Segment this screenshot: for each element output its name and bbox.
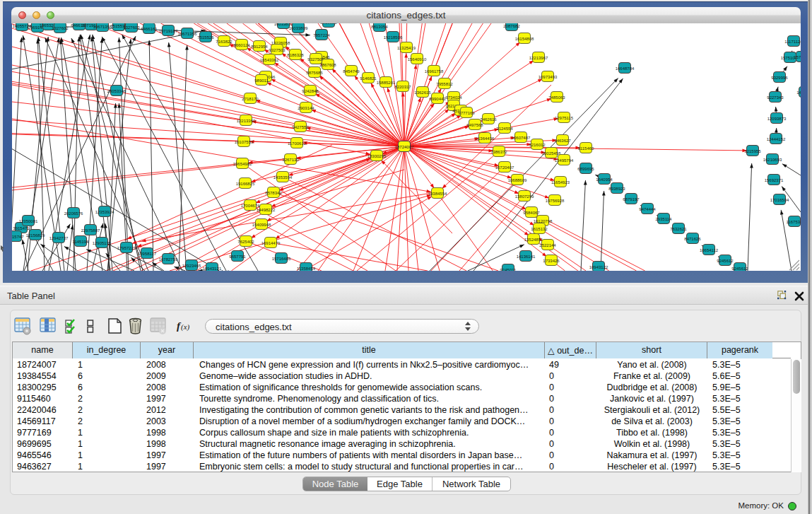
- svg-text:16914479: 16914479: [261, 241, 281, 245]
- svg-text:6216012: 6216012: [529, 143, 546, 147]
- svg-text:8660124: 8660124: [233, 43, 250, 47]
- svg-text:15716485: 15716485: [272, 257, 291, 261]
- svg-text:6899695: 6899695: [577, 167, 594, 171]
- svg-text:19654982: 19654982: [233, 162, 252, 166]
- svg-text:1327603: 1327603: [123, 25, 140, 30]
- svg-text:21364436: 21364436: [476, 136, 495, 141]
- svg-text:15640910: 15640910: [408, 57, 427, 62]
- svg-text:7515526: 7515526: [197, 35, 214, 40]
- svg-text:2867608: 2867608: [319, 63, 336, 67]
- svg-text:12942737: 12942737: [49, 236, 69, 240]
- svg-text:13524851: 13524851: [524, 238, 543, 242]
- svg-text:9115460: 9115460: [578, 146, 595, 151]
- svg-text:1145194: 1145194: [73, 240, 90, 244]
- svg-text:15692371: 15692371: [765, 178, 784, 182]
- svg-text:989011: 989011: [254, 78, 269, 83]
- svg-text:10973493: 10973493: [539, 75, 558, 79]
- svg-text:20053346: 20053346: [107, 89, 126, 93]
- svg-text:8471626: 8471626: [684, 237, 701, 241]
- svg-text:13807299: 13807299: [515, 194, 534, 199]
- svg-text:8813055: 8813055: [320, 23, 337, 25]
- svg-text:2522144: 2522144: [539, 243, 556, 247]
- svg-text:1167534: 1167534: [787, 220, 801, 224]
- svg-text:6879197: 6879197: [623, 197, 640, 201]
- svg-text:(x): (x): [181, 322, 190, 332]
- svg-text:6990443: 6990443: [429, 97, 446, 101]
- svg-text:11325419: 11325419: [397, 46, 416, 50]
- svg-text:16154808: 16154808: [515, 37, 534, 41]
- svg-text:10107553: 10107553: [235, 140, 254, 144]
- svg-text:7462616: 7462616: [480, 117, 497, 122]
- svg-text:11700612: 11700612: [288, 141, 307, 146]
- svg-text:10025458: 10025458: [542, 151, 561, 156]
- svg-text:6734024: 6734024: [445, 95, 462, 100]
- svg-text:20206576: 20206576: [64, 211, 83, 216]
- svg-text:9463627: 9463627: [554, 139, 571, 143]
- svg-text:6497568: 6497568: [466, 123, 483, 127]
- svg-text:9146821: 9146821: [360, 76, 377, 81]
- svg-text:1615132: 1615132: [531, 227, 548, 231]
- svg-text:1915747: 1915747: [12, 235, 24, 239]
- svg-text:19756928: 19756928: [546, 199, 565, 203]
- svg-text:5875685: 5875685: [306, 71, 323, 75]
- svg-text:9327503: 9327503: [269, 48, 286, 52]
- svg-text:7857224: 7857224: [313, 33, 330, 37]
- svg-text:12353924: 12353924: [95, 210, 114, 214]
- svg-text:9242848: 9242848: [302, 89, 319, 93]
- svg-text:1463341: 1463341: [796, 90, 801, 95]
- svg-text:18300295: 18300295: [367, 154, 387, 158]
- svg-text:14353594: 14353594: [273, 175, 293, 180]
- svg-text:16961758: 16961758: [425, 69, 444, 74]
- svg-text:8813054: 8813054: [371, 25, 388, 29]
- svg-text:2903144: 2903144: [298, 106, 314, 110]
- svg-text:9245612: 9245612: [731, 267, 748, 271]
- svg-text:7955812: 7955812: [436, 82, 453, 86]
- svg-text:6466161: 6466161: [141, 27, 158, 31]
- svg-text:7625402: 7625402: [237, 240, 254, 244]
- svg-text:10654112: 10654112: [700, 248, 719, 252]
- svg-text:22975887: 22975887: [81, 228, 100, 233]
- svg-text:15720407: 15720407: [495, 165, 514, 170]
- svg-text:12905135: 12905135: [93, 241, 112, 245]
- svg-text:8578342: 8578342: [265, 191, 282, 195]
- svg-text:12975115: 12975115: [555, 116, 574, 120]
- svg-text:16782759: 16782759: [159, 257, 178, 262]
- svg-text:2087682: 2087682: [503, 24, 520, 28]
- svg-text:7632621: 7632621: [670, 227, 687, 231]
- svg-text:10671355: 10671355: [93, 25, 112, 29]
- svg-text:14498222: 14498222: [257, 208, 276, 212]
- svg-text:9584067: 9584067: [523, 211, 540, 215]
- svg-text:12156829: 12156829: [26, 233, 45, 238]
- svg-text:1327602: 1327602: [52, 26, 69, 30]
- svg-text:18724007: 18724007: [395, 145, 414, 149]
- svg-text:8186328: 8186328: [287, 53, 304, 57]
- svg-text:8220317: 8220317: [394, 85, 411, 89]
- svg-text:12444152: 12444152: [767, 137, 786, 141]
- svg-text:9474444: 9474444: [639, 207, 656, 211]
- svg-text:11358454: 11358454: [297, 267, 316, 271]
- svg-text:14136141: 14136141: [517, 255, 536, 259]
- svg-text:15409948: 15409948: [252, 223, 271, 227]
- svg-text:3124554: 3124554: [496, 127, 513, 131]
- svg-text:11654923: 11654923: [551, 180, 570, 185]
- svg-text:1575107: 1575107: [794, 55, 801, 59]
- svg-text:3915471: 3915471: [13, 226, 30, 230]
- svg-text:19166825: 19166825: [236, 182, 255, 186]
- svg-text:1733426: 1733426: [543, 259, 560, 263]
- svg-text:7386372: 7386372: [490, 150, 507, 154]
- svg-text:3215955: 3215955: [744, 149, 761, 153]
- svg-text:10671356: 10671356: [178, 32, 197, 36]
- svg-text:10943121: 10943121: [203, 267, 222, 271]
- svg-text:17016504: 17016504: [770, 198, 789, 202]
- svg-text:16120798: 16120798: [534, 219, 553, 223]
- svg-text:9777169: 9777169: [458, 111, 475, 115]
- svg-text:15885201: 15885201: [377, 81, 396, 85]
- svg-text:19384554: 19384554: [428, 192, 447, 196]
- svg-text:10943122: 10943122: [589, 265, 608, 269]
- svg-text:12213967: 12213967: [529, 56, 548, 60]
- svg-text:1362615: 1362615: [414, 90, 431, 95]
- svg-text:2718170: 2718170: [242, 97, 259, 101]
- svg-text:8454749: 8454749: [343, 69, 360, 74]
- svg-text:1640954: 1640954: [596, 177, 613, 182]
- svg-text:16033809: 16033809: [289, 26, 308, 30]
